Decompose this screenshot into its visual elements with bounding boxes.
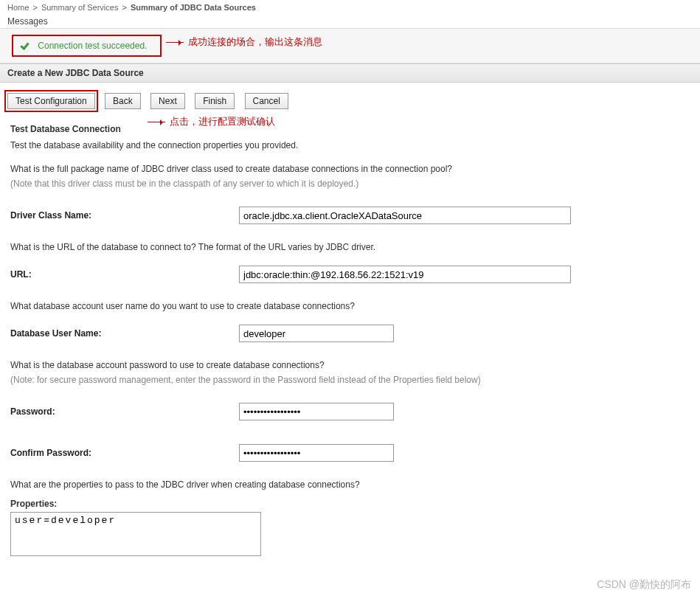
- password-input[interactable]: [239, 403, 394, 420]
- label-password: Password:: [10, 406, 239, 417]
- form-subdesc: Test the database availability and the c…: [0, 137, 700, 158]
- confirm-password-input[interactable]: [239, 444, 394, 462]
- db-user-input[interactable]: [239, 325, 394, 342]
- success-message-text: Connection test succeeded.: [38, 41, 147, 51]
- messages-panel: Connection test succeeded. 成功连接的场合，输出这条消…: [0, 29, 700, 63]
- check-icon: [21, 41, 31, 49]
- question-user: What database account user name do you w…: [0, 295, 700, 313]
- question-url: What is the URL of the database to conne…: [0, 236, 700, 254]
- url-input[interactable]: [239, 266, 571, 283]
- success-message: Connection test succeeded.: [12, 35, 162, 57]
- annotation-success: 成功连接的场合，输出这条消息: [166, 35, 322, 49]
- driver-class-input[interactable]: [239, 207, 571, 224]
- question-password: What is the database account password to…: [0, 354, 700, 372]
- question-properties: What are the properties to pass to the J…: [0, 474, 700, 491]
- annotation-test: 点击，进行配置测试确认: [148, 115, 275, 128]
- annotation-test-text: 点击，进行配置测试确认: [170, 116, 275, 127]
- question-driver: What is the full package name of JDBC dr…: [0, 158, 700, 176]
- arrow-icon: [148, 122, 165, 122]
- test-configuration-button[interactable]: Test Configuration: [7, 93, 95, 109]
- form-subheader: Test Database Connection: [0, 115, 700, 137]
- breadcrumb-current: Summary of JDBC Data Sources: [131, 3, 256, 12]
- next-button[interactable]: Next: [150, 93, 185, 109]
- arrow-icon: [166, 42, 184, 43]
- label-db-user: Database User Name:: [10, 328, 239, 339]
- breadcrumb-summary-services[interactable]: Summary of Services: [41, 3, 119, 12]
- label-confirm-password: Confirm Password:: [10, 448, 239, 458]
- breadcrumb-home[interactable]: Home: [7, 3, 29, 12]
- finish-button[interactable]: Finish: [195, 93, 235, 109]
- label-url: URL:: [10, 269, 239, 280]
- button-row: Test Configuration Back Next Finish Canc…: [0, 83, 700, 115]
- label-driver-class: Driver Class Name:: [10, 210, 239, 221]
- properties-textarea[interactable]: [10, 512, 261, 556]
- back-button[interactable]: Back: [105, 93, 141, 109]
- section-title: Create a New JDBC Data Source: [0, 63, 700, 83]
- annotation-success-text: 成功连接的场合，输出这条消息: [188, 36, 322, 47]
- label-properties: Properties:: [0, 491, 700, 510]
- messages-label: Messages: [0, 15, 700, 29]
- breadcrumb-sep: >: [122, 3, 127, 12]
- breadcrumb-sep: >: [32, 3, 37, 12]
- note-driver: (Note that this driver class must be in …: [0, 176, 700, 195]
- breadcrumb: Home > Summary of Services > Summary of …: [0, 0, 700, 15]
- cancel-button[interactable]: Cancel: [245, 93, 288, 109]
- note-password: (Note: for secure password management, e…: [0, 372, 700, 391]
